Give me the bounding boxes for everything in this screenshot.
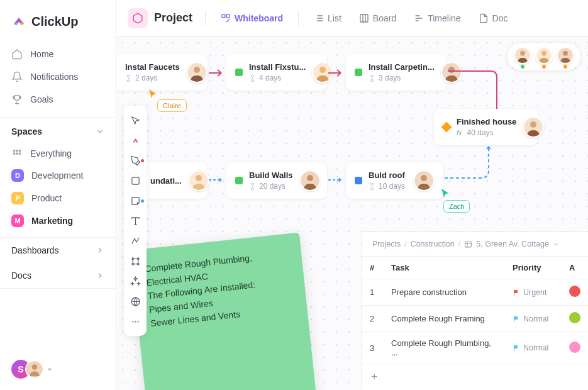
tab-board[interactable]: Board [357, 9, 399, 27]
svg-point-37 [307, 175, 313, 181]
svg-point-14 [541, 51, 546, 56]
avatar [569, 342, 580, 353]
cursor-claire-label: Claire [157, 99, 187, 112]
svg-point-19 [137, 257, 139, 259]
svg-rect-9 [226, 14, 230, 18]
project-icon [128, 8, 148, 28]
hourglass-icon [369, 183, 375, 190]
space-development[interactable]: DDevelopment [0, 164, 116, 187]
canvas-toolbar [124, 106, 147, 336]
svg-point-29 [319, 67, 326, 73]
svg-point-33 [530, 121, 536, 128]
divider [205, 11, 206, 26]
home-icon [11, 48, 23, 60]
dashboards-link[interactable]: Dashboards [0, 238, 116, 263]
nav-goals[interactable]: Goals [0, 88, 116, 111]
avatar [523, 116, 544, 138]
chevron-right-icon [96, 246, 104, 255]
trophy-icon [11, 94, 23, 105]
svg-point-42 [569, 312, 580, 323]
project-chip[interactable]: Project [128, 8, 192, 28]
card-faucets[interactable]: Instal Faucets 2 days [116, 54, 208, 91]
divider [298, 11, 299, 26]
tool-connector[interactable] [124, 231, 147, 250]
hourglass-icon [369, 75, 375, 82]
svg-point-16 [563, 51, 568, 56]
card-finished[interactable]: Finished house fx40 days [434, 109, 538, 145]
tab-whiteboard[interactable]: Whiteboard [218, 9, 286, 27]
tool-stars[interactable] [124, 272, 147, 291]
space-everything[interactable]: Everything [0, 143, 116, 164]
card-foundation[interactable]: undati... [141, 162, 208, 199]
svg-point-43 [569, 342, 580, 353]
sticky-note[interactable]: Complete Rough Plumbing, Electrical HVAC… [130, 233, 316, 390]
hourglass-icon [125, 75, 132, 82]
tool-pen[interactable] [124, 151, 147, 170]
tab-timeline[interactable]: Timeline [411, 9, 463, 27]
card-fixtu[interactable]: Install Fixstu... 4 days [226, 54, 327, 91]
table-row[interactable]: 2Complete Rough FramingNormal [362, 306, 588, 332]
tool-relation[interactable] [124, 252, 147, 270]
svg-point-12 [520, 51, 525, 56]
hourglass-icon [249, 75, 256, 82]
tool-pointer[interactable] [124, 111, 147, 130]
avatar [186, 62, 208, 83]
svg-point-20 [131, 263, 133, 265]
project-title: Project [154, 11, 192, 25]
status-square [235, 69, 243, 76]
logo[interactable]: ClickUp [0, 0, 116, 40]
card-walls[interactable]: Build Walls 20 days [226, 162, 327, 199]
svg-rect-17 [131, 177, 138, 184]
doc-icon [479, 13, 489, 23]
breadcrumb[interactable]: Projects/ Construction/ 5, Green Av. Cot… [362, 232, 588, 256]
status-square [355, 69, 362, 76]
avatar [569, 312, 580, 323]
card-roof[interactable]: Buld roof 10 days [346, 162, 443, 199]
space-marketing[interactable]: MMarketing [0, 209, 116, 232]
bottom-nav: Dashboards Docs [0, 237, 116, 289]
arrow-dashed-icon [327, 175, 346, 185]
arrow-icon [208, 68, 226, 78]
flag-icon [513, 289, 520, 296]
avatar [413, 170, 435, 191]
logo-text: ClickUp [31, 14, 78, 29]
user-badge[interactable]: S [11, 360, 53, 379]
board-icon [359, 13, 369, 23]
table-row[interactable]: 1Prepare constructionUrgent [362, 279, 588, 306]
nav-notifications[interactable]: Notifications [0, 65, 116, 88]
tool-web[interactable] [124, 292, 147, 311]
card-carpet[interactable]: Install Carpetin... 3 days [346, 54, 447, 91]
whiteboard-icon [221, 13, 231, 23]
docs-link[interactable]: Docs [0, 263, 116, 289]
spaces-header[interactable]: Spaces [0, 117, 116, 143]
whiteboard-canvas[interactable]: Instal Faucets 2 days Install Fixstu... … [116, 36, 588, 390]
arrow-dashed-icon [443, 140, 500, 184]
add-task-button[interactable]: + [362, 364, 588, 390]
chevron-down-icon [96, 127, 104, 136]
svg-point-35 [196, 175, 202, 181]
formula-icon: fx [457, 129, 462, 136]
svg-rect-40 [465, 242, 472, 247]
nav-main: Home Notifications Goals [0, 40, 116, 113]
tool-text[interactable] [124, 211, 147, 230]
tool-clickup[interactable] [124, 131, 147, 150]
flag-icon [513, 315, 520, 323]
tab-list[interactable]: List [311, 9, 344, 27]
presence-avatars[interactable] [508, 43, 580, 70]
nav-home[interactable]: Home [0, 43, 116, 65]
svg-point-27 [194, 67, 200, 73]
space-product[interactable]: PProduct [0, 187, 116, 209]
status-square [235, 177, 243, 184]
tool-sticky[interactable] [124, 191, 147, 210]
sticky-author: Haylee [158, 387, 184, 390]
table-row[interactable]: 3Complete Rough Plumbing, ...Normal [362, 332, 588, 364]
avatar [312, 62, 333, 83]
tool-more[interactable] [124, 312, 147, 331]
milestone-diamond [441, 122, 452, 133]
tool-shape[interactable] [124, 171, 147, 190]
space-badge: D [11, 169, 24, 182]
avatar [441, 62, 462, 83]
cursor-claire-icon [148, 88, 158, 99]
tab-doc[interactable]: Doc [476, 9, 511, 27]
space-badge: M [11, 214, 24, 227]
